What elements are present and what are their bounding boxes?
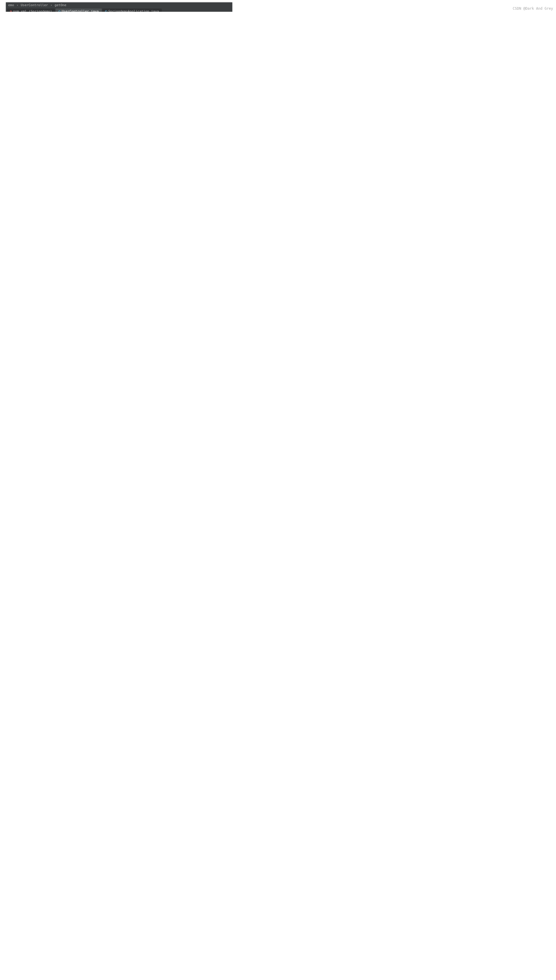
nav-item[interactable]: emo <box>8 3 14 7</box>
editor-tabs: mpom.xml (Springdemo) ©UserController.ja… <box>6 8 232 12</box>
ide-usercontroller: emo› UserController› getOne mpom.xml (Sp… <box>6 2 232 12</box>
breadcrumb: emo› UserController› getOne <box>6 2 232 8</box>
tab-pom[interactable]: mpom.xml (Springdemo) <box>7 8 55 12</box>
tab-usercontroller[interactable]: ©UserController.java <box>56 8 102 12</box>
nav-item[interactable]: getOne <box>55 3 66 7</box>
nav-item[interactable]: UserController <box>21 3 48 7</box>
tab-springapp[interactable]: ©SpringdemoApplication.java <box>102 8 162 12</box>
watermark: CSDN @Dark And Grey <box>513 6 553 11</box>
